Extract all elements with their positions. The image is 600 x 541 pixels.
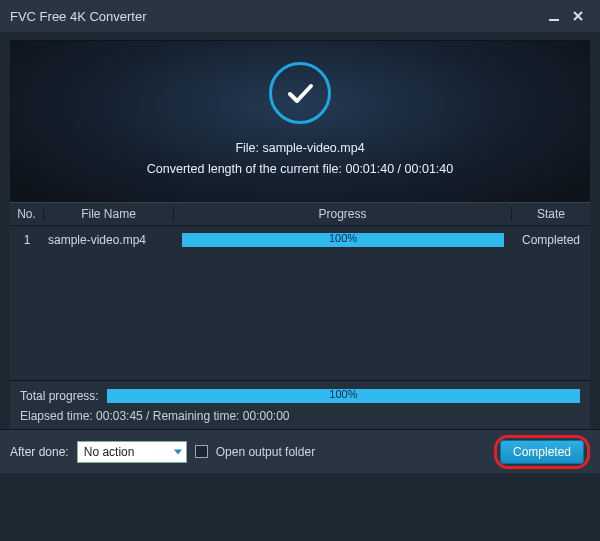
elapsed-remaining-time: Elapsed time: 00:03:45 / Remaining time:… — [20, 409, 580, 423]
completed-button[interactable]: Completed — [500, 440, 584, 464]
row-no: 1 — [10, 233, 44, 247]
close-button[interactable] — [566, 4, 590, 28]
completed-button-highlight: Completed — [494, 435, 590, 469]
titlebar: FVC Free 4K Converter — [0, 0, 600, 32]
after-done-label: After done: — [10, 445, 69, 459]
footer: After done: No action Open output folder… — [0, 429, 600, 473]
grid-header: No. File Name Progress State — [10, 202, 590, 226]
row-filename: sample-video.mp4 — [44, 233, 174, 247]
progress-bar: 100% — [182, 233, 504, 247]
after-done-select[interactable]: No action — [77, 441, 187, 463]
total-progress-bar: 100% — [107, 389, 580, 403]
open-output-folder-checkbox[interactable] — [195, 445, 208, 458]
grid-body: 1 sample-video.mp4 100% Completed — [10, 226, 590, 380]
row-progress: 100% — [174, 233, 512, 247]
header-filename: File Name — [44, 207, 174, 221]
window-title: FVC Free 4K Converter — [10, 9, 542, 24]
table-row[interactable]: 1 sample-video.mp4 100% Completed — [10, 226, 590, 254]
minimize-button[interactable] — [542, 4, 566, 28]
after-done-value: No action — [84, 445, 135, 459]
hero-file-label: File: sample-video.mp4 — [235, 138, 364, 159]
total-progress-label: Total progress: — [20, 389, 99, 403]
content: File: sample-video.mp4 Converted length … — [0, 32, 600, 429]
check-circle-icon — [269, 62, 331, 124]
row-state: Completed — [512, 233, 590, 247]
total-progress-percent: 100% — [107, 388, 580, 400]
header-state: State — [512, 207, 590, 221]
header-no: No. — [10, 207, 44, 221]
open-output-folder-label: Open output folder — [216, 445, 315, 459]
progress-percent: 100% — [182, 232, 504, 244]
chevron-down-icon — [174, 449, 182, 454]
svg-rect-0 — [549, 19, 559, 21]
totals-panel: Total progress: 100% Elapsed time: 00:03… — [10, 380, 590, 429]
header-progress: Progress — [174, 207, 512, 221]
hero-converted-length: Converted length of the current file: 00… — [147, 159, 453, 180]
completion-hero: File: sample-video.mp4 Converted length … — [10, 40, 590, 202]
